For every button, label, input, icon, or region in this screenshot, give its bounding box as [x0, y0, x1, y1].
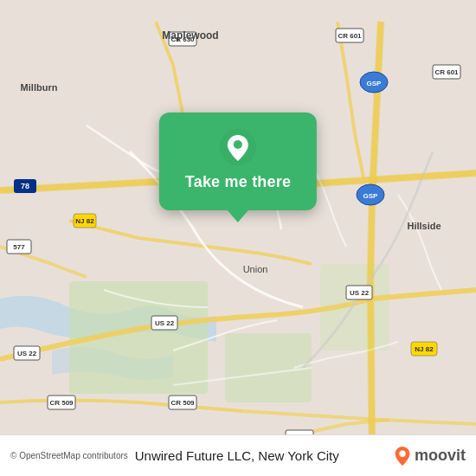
svg-text:GSP: GSP	[367, 80, 383, 87]
svg-text:Millburn: Millburn	[21, 82, 58, 93]
svg-text:78: 78	[21, 182, 29, 190]
location-pin-icon	[219, 128, 257, 166]
cta-card: Take me there	[159, 113, 317, 210]
svg-text:Hillside: Hillside	[407, 221, 441, 231]
card-pointer	[228, 210, 248, 222]
company-name: Unwired Future LLC, New York City	[135, 448, 339, 463]
svg-text:CR 601: CR 601	[434, 68, 459, 76]
osm-attribution: © OpenStreetMap contributors	[10, 451, 128, 460]
svg-text:US 22: US 22	[17, 350, 37, 357]
moovit-text: moovit	[415, 447, 466, 465]
svg-text:NJ 82: NJ 82	[415, 345, 434, 353]
svg-text:US 22: US 22	[155, 319, 175, 327]
svg-text:CR 509: CR 509	[170, 399, 195, 407]
bottom-bar: © OpenStreetMap contributors Unwired Fut…	[0, 434, 476, 476]
moovit-logo: moovit	[394, 446, 466, 466]
cta-overlay: Take me there	[159, 113, 317, 222]
svg-text:577: 577	[13, 243, 25, 251]
svg-text:CR 601: CR 601	[338, 32, 362, 40]
svg-text:US 22: US 22	[350, 289, 370, 297]
svg-text:Maplewood: Maplewood	[162, 29, 218, 42]
svg-text:CR 509: CR 509	[49, 399, 74, 407]
moovit-pin-icon	[394, 446, 411, 466]
svg-point-40	[399, 450, 405, 456]
svg-text:GSP: GSP	[363, 192, 379, 200]
take-me-there-button[interactable]: Take me there	[185, 173, 291, 191]
svg-point-39	[234, 140, 242, 149]
svg-text:NJ 82: NJ 82	[75, 217, 94, 225]
svg-rect-2	[225, 333, 312, 402]
map-container: 78 NJ 82 US 22 US 22 US 22 CR 630 CR 601…	[0, 0, 476, 476]
svg-text:Union: Union	[243, 264, 268, 274]
